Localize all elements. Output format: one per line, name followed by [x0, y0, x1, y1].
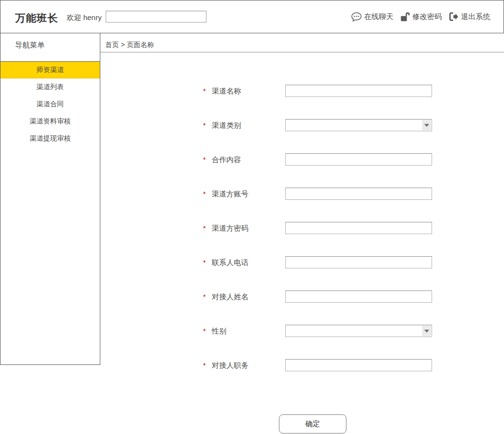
- field-label-text: 对接人职务: [212, 361, 249, 369]
- online-chat-label: 在线聊天: [364, 12, 393, 22]
- channel-form: * 渠道名称 * 渠道类别 * 合作内容 * 渠道方账号 * 渠道方密码 *: [100, 85, 504, 371]
- required-asterisk: *: [203, 121, 206, 129]
- form-field-row-5: * 渠道方密码: [100, 222, 504, 234]
- required-asterisk: *: [203, 224, 206, 232]
- required-asterisk: *: [203, 87, 206, 95]
- field-label-text: 渠道方密码: [212, 224, 249, 232]
- form-field-row-7: * 对接人姓名: [100, 290, 504, 303]
- required-asterisk: *: [203, 327, 206, 335]
- breadcrumb-bar: 首页 > 页面名称: [100, 33, 504, 52]
- logout-label: 退出系统: [461, 12, 490, 22]
- required-asterisk: *: [203, 293, 206, 301]
- form-field-row-2: * 渠道类别: [100, 119, 504, 131]
- field-label: * 合作内容: [203, 155, 241, 165]
- field-label-text: 对接人姓名: [212, 292, 249, 301]
- header: 万能班长 欢迎 henry 在线聊天 修改密码: [0, 0, 504, 33]
- form-field-row-1: * 渠道名称: [100, 85, 504, 97]
- field-label: * 渠道类别: [203, 121, 241, 130]
- chevron-down-icon[interactable]: [422, 120, 431, 130]
- field-label-text: 合作内容: [212, 155, 241, 164]
- field-label: * 渠道方账号: [203, 190, 249, 199]
- field-text-input[interactable]: [285, 256, 432, 268]
- form-field-row-6: * 联系人电话: [100, 256, 504, 268]
- confirm-button[interactable]: 确定: [279, 414, 346, 434]
- field-label: * 联系人电话: [203, 258, 249, 267]
- online-chat-link[interactable]: 在线聊天: [351, 12, 393, 22]
- breadcrumb: 首页 > 页面名称: [105, 41, 154, 49]
- required-asterisk: *: [203, 190, 206, 198]
- form-field-row-3: * 合作内容: [100, 153, 504, 166]
- button-row: 确定: [100, 414, 504, 434]
- field-label: * 对接人姓名: [203, 292, 249, 302]
- logout-icon: [449, 12, 458, 22]
- header-actions: 在线聊天 修改密码 退出系统: [344, 0, 490, 33]
- field-label-text: 联系人电话: [212, 258, 249, 266]
- page: 万能班长 欢迎 henry 在线聊天 修改密码: [0, 0, 504, 434]
- field-select[interactable]: [285, 325, 432, 337]
- sidebar-item-4[interactable]: 渠道资料审核: [0, 113, 100, 130]
- change-password-label: 修改密码: [412, 12, 442, 22]
- field-label-text: 渠道方账号: [212, 190, 249, 198]
- sidebar-menu: 师资渠道渠道列表渠道合同渠道资料审核渠道提现审核: [0, 61, 100, 147]
- form-field-row-4: * 渠道方账号: [100, 188, 504, 200]
- field-text-input[interactable]: [285, 290, 432, 303]
- chat-icon: [351, 12, 362, 22]
- sidebar-item-1[interactable]: 师资渠道: [0, 62, 100, 78]
- field-text-input[interactable]: [285, 85, 432, 97]
- field-label-text: 性别: [212, 327, 227, 335]
- sidebar: 导航菜单 师资渠道渠道列表渠道合同渠道资料审核渠道提现审核: [0, 33, 100, 365]
- sidebar-item-2[interactable]: 渠道列表: [0, 78, 100, 96]
- field-text-input[interactable]: [285, 222, 432, 234]
- field-text-input[interactable]: [285, 153, 432, 166]
- sidebar-item-5[interactable]: 渠道提现审核: [0, 130, 100, 147]
- field-label: * 渠道方密码: [203, 224, 249, 233]
- change-password-link[interactable]: 修改密码: [400, 12, 442, 22]
- sidebar-item-3[interactable]: 渠道合同: [0, 96, 100, 113]
- required-asterisk: *: [203, 156, 206, 164]
- lock-icon: [400, 12, 410, 22]
- field-text-input[interactable]: [285, 188, 432, 200]
- form-field-row-8: * 性别: [100, 325, 504, 337]
- welcome-text: 欢迎 henry: [67, 13, 102, 23]
- main-content: 首页 > 页面名称 * 渠道名称 * 渠道类别 * 合作内容 * 渠道方账号 *: [100, 33, 504, 434]
- field-label-text: 渠道类别: [212, 121, 241, 129]
- field-label-text: 渠道名称: [212, 87, 241, 95]
- logout-link[interactable]: 退出系统: [449, 12, 490, 22]
- header-input[interactable]: [106, 11, 206, 23]
- required-asterisk: *: [203, 362, 206, 369]
- field-select[interactable]: [285, 119, 432, 131]
- chevron-down-icon[interactable]: [422, 326, 431, 336]
- sidebar-title: 导航菜单: [15, 41, 45, 50]
- field-label: * 性别: [203, 327, 227, 336]
- form-field-row-9: * 对接人职务: [100, 359, 504, 371]
- field-label: * 渠道名称: [203, 87, 241, 96]
- required-asterisk: *: [203, 259, 206, 266]
- app-title: 万能班长: [15, 11, 58, 25]
- field-label: * 对接人职务: [203, 361, 249, 370]
- field-text-input[interactable]: [285, 359, 432, 371]
